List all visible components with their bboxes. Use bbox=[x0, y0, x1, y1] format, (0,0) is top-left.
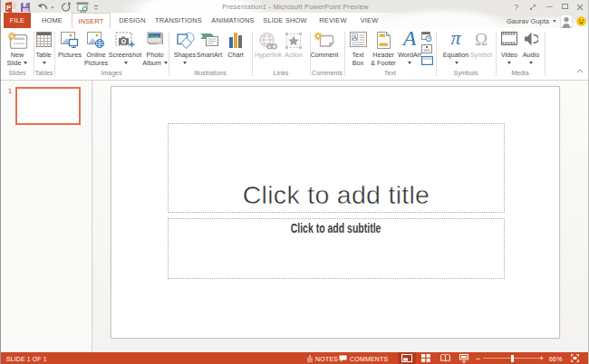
svg-text:Ω: Ω bbox=[475, 32, 488, 49]
svg-text:A: A bbox=[401, 32, 417, 49]
svg-text:π: π bbox=[450, 32, 461, 49]
svg-text:A: A bbox=[352, 34, 357, 42]
